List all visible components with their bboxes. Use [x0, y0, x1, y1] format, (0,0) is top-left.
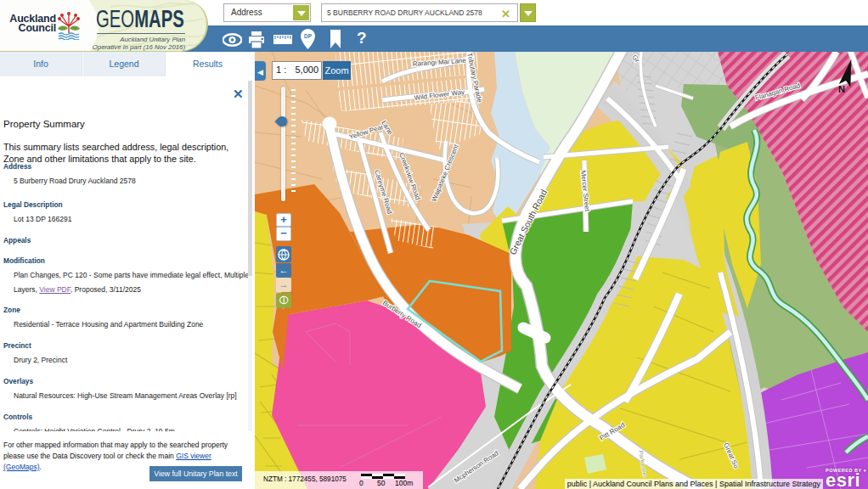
svg-text:N: N — [838, 84, 845, 94]
svg-text:DP: DP — [304, 33, 313, 39]
